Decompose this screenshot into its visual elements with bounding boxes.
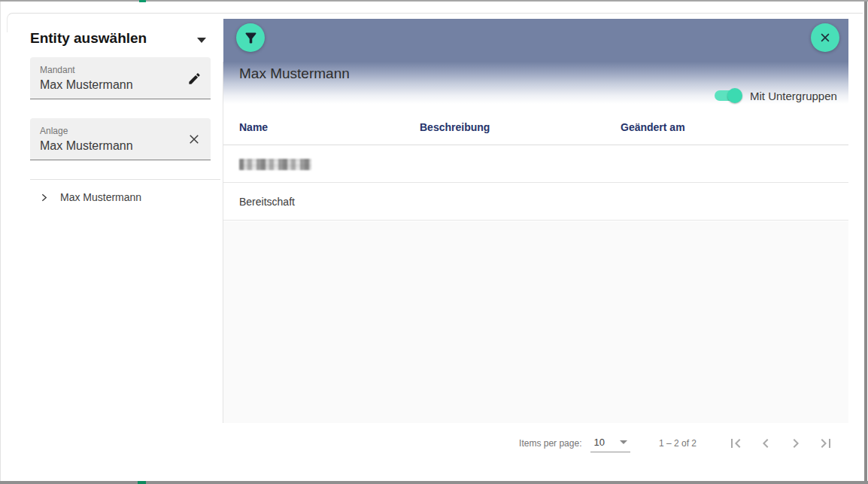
mandant-field[interactable]: Mandant Max Mustermann [30, 57, 211, 99]
column-header-geaendert-am[interactable]: Geändert am [621, 121, 685, 133]
table-row[interactable] [223, 145, 848, 183]
previous-page-button[interactable] [757, 434, 775, 452]
window-top-edge [0, 0, 868, 2]
mandant-field-value: Max Mustermann [40, 78, 133, 92]
close-button[interactable] [811, 23, 839, 52]
panel-title: Max Mustermann [239, 65, 350, 82]
first-page-icon [727, 434, 745, 452]
column-header-name[interactable]: Name [239, 121, 268, 133]
table-header-row: Name Beschreibung Geändert am [223, 109, 848, 145]
window-top-accent [139, 0, 146, 2]
last-page-button[interactable] [817, 434, 835, 452]
edit-icon[interactable] [186, 70, 202, 87]
sidebar-divider [30, 179, 220, 180]
caret-down-icon[interactable] [197, 38, 206, 43]
mandant-field-label: Mandant [40, 65, 75, 75]
close-x-icon [818, 31, 832, 44]
filter-funnel-icon [243, 30, 259, 46]
window-bottom-edge [0, 481, 868, 484]
main-panel: Max Mustermann Mit Untergruppen Name Bes… [223, 19, 848, 464]
clear-icon[interactable] [186, 131, 202, 148]
redacted-name-cell [239, 159, 311, 170]
tree-item-label: Max Mustermann [60, 191, 141, 203]
untergruppen-toggle[interactable] [715, 90, 742, 101]
page-size-select[interactable]: 10 [590, 434, 630, 452]
paginator-range-label: 1 – 2 of 2 [659, 438, 697, 449]
tree-item-mandant[interactable]: Max Mustermann [39, 191, 141, 203]
sidebar-title: Entity auswählen [30, 30, 147, 47]
anlage-field-label: Anlage [40, 126, 68, 136]
first-page-button[interactable] [727, 434, 745, 452]
last-page-icon [817, 434, 835, 452]
toggle-label: Mit Untergruppen [750, 90, 837, 102]
chevron-left-icon [757, 434, 775, 452]
column-header-beschreibung[interactable]: Beschreibung [420, 121, 490, 133]
toggle-thumb[interactable] [727, 88, 742, 103]
items-per-page-label: Items per page: [519, 438, 581, 449]
anlage-field-value: Max Mustermann [40, 139, 133, 153]
filter-button[interactable] [236, 23, 265, 52]
chevron-right-icon [787, 434, 805, 452]
panel-toolbar [223, 19, 848, 62]
window-left-edge [0, 2, 1, 481]
paginator: Items per page: 10 1 – 2 of 2 [223, 423, 848, 463]
chevron-right-icon[interactable] [39, 193, 49, 202]
page-size-value: 10 [593, 437, 604, 448]
row-name-cell: Bereitschaft [239, 196, 295, 208]
entity-select-dialog: Entity auswählen Mandant Max Mustermann … [0, 0, 868, 484]
table-empty-area [223, 221, 848, 423]
paginator-nav [727, 434, 835, 452]
window-bottom-accent [138, 481, 146, 484]
window-scrollbar-strip[interactable] [864, 2, 867, 481]
select-caret-icon [620, 440, 627, 444]
table-row[interactable]: Bereitschaft [223, 183, 848, 221]
anlage-field[interactable]: Anlage Max Mustermann [30, 118, 211, 160]
next-page-button[interactable] [787, 434, 805, 452]
